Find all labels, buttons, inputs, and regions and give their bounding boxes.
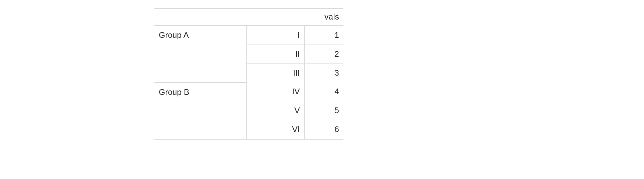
data-table: vals Group A I 1 II 2 III 3 Group B IV 4… xyxy=(154,8,343,140)
value-cell: 4 xyxy=(305,82,343,101)
table-row: Group B IV 4 xyxy=(154,82,343,101)
value-cell: 5 xyxy=(305,101,343,120)
group-label: Group B xyxy=(154,82,247,139)
group-label: Group A xyxy=(154,26,247,83)
subindex-cell: IV xyxy=(247,82,305,101)
subindex-cell: II xyxy=(247,45,305,64)
col-header-blank-1 xyxy=(154,9,247,26)
value-cell: 6 xyxy=(305,120,343,139)
col-header-blank-2 xyxy=(247,9,305,26)
subindex-cell: III xyxy=(247,64,305,83)
subindex-cell: I xyxy=(247,26,305,45)
col-header-vals: vals xyxy=(305,9,343,26)
value-cell: 1 xyxy=(305,26,343,45)
value-cell: 2 xyxy=(305,45,343,64)
subindex-cell: VI xyxy=(247,120,305,139)
table-header-row: vals xyxy=(154,9,343,26)
value-cell: 3 xyxy=(305,64,343,83)
subindex-cell: V xyxy=(247,101,305,120)
table-row: Group A I 1 xyxy=(154,26,343,45)
